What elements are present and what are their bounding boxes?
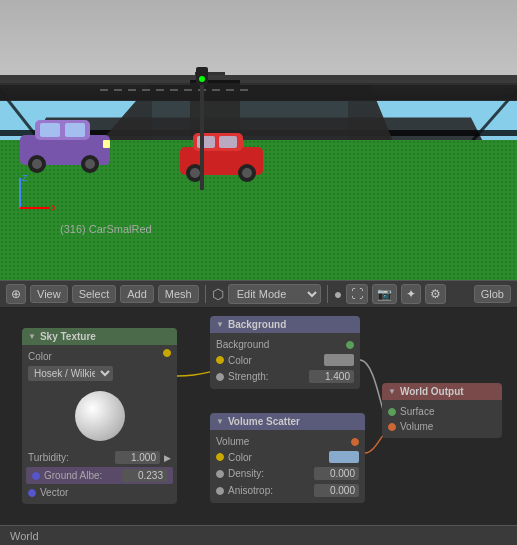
sky-turbidity-row: Turbidity: 1.000 ▶ xyxy=(22,449,177,466)
bg-output-label: Background xyxy=(216,339,342,350)
sky-color-output[interactable] xyxy=(163,349,171,357)
world-output-body: Surface Volume xyxy=(382,400,502,438)
sky-preset-row: Hosek / Wilkie Preetham xyxy=(22,364,177,383)
separator-1 xyxy=(205,285,206,303)
sky-ground-label: Ground Albe: xyxy=(44,470,118,481)
world-volume-row: Volume xyxy=(382,419,502,434)
world-output-header: ▼ World Output xyxy=(382,383,502,400)
svg-text:X: X xyxy=(51,203,55,213)
sky-texture-header: ▼ Sky Texture xyxy=(22,328,177,345)
vol-anisotropy-row: Anisotrop: 0.000 xyxy=(210,482,365,499)
mesh-icon: ⬡ xyxy=(212,286,224,302)
bg-strength-value[interactable]: 1.400 xyxy=(309,370,354,383)
vol-output-socket[interactable] xyxy=(351,438,359,446)
world-collapse-arrow[interactable]: ▼ xyxy=(388,387,396,396)
mesh-menu[interactable]: Mesh xyxy=(158,285,199,303)
vol-color-preview[interactable] xyxy=(329,451,359,463)
bg-color-label: Color xyxy=(228,355,320,366)
vol-output-label: Volume xyxy=(216,436,347,447)
bg-output-socket[interactable] xyxy=(346,341,354,349)
svg-point-12 xyxy=(32,159,42,169)
viewport: Z X (316) CarSmalRed xyxy=(0,0,517,280)
svg-point-14 xyxy=(85,159,95,169)
sky-turbidity-value[interactable]: 1.000 xyxy=(115,451,160,464)
vol-anisotropy-label: Anisotrop: xyxy=(228,485,310,496)
vol-anisotropy-socket xyxy=(216,487,224,495)
sky-texture-node: ▼ Sky Texture Color Hosek / Wilkie Preet… xyxy=(22,328,177,504)
view-menu[interactable]: View xyxy=(30,285,68,303)
camera-icon[interactable]: 📷 xyxy=(372,284,397,304)
sky-turbidity-arrow[interactable]: ▶ xyxy=(164,453,171,463)
sky-vector-row: Vector xyxy=(22,485,177,500)
traffic-light-green xyxy=(199,76,205,82)
world-output-title: World Output xyxy=(400,386,464,397)
sky-color-row: Color xyxy=(22,349,177,364)
world-label-text: World xyxy=(10,530,39,542)
bg-color-preview[interactable] xyxy=(324,354,354,366)
vol-density-row: Density: 0.000 xyxy=(210,465,365,482)
mode-selector[interactable]: Edit Mode Object Mode Sculpt Mode xyxy=(228,284,321,304)
sky-vector-socket xyxy=(28,489,36,497)
add-menu[interactable]: Add xyxy=(120,285,154,303)
vol-collapse-arrow[interactable]: ▼ xyxy=(216,417,224,426)
svg-point-23 xyxy=(242,168,252,178)
maximize-icon[interactable]: ⛶ xyxy=(346,284,368,304)
vol-color-row: Color xyxy=(210,449,365,465)
svg-rect-9 xyxy=(40,123,60,137)
sky-texture-title: Sky Texture xyxy=(40,331,96,342)
vol-density-value[interactable]: 0.000 xyxy=(314,467,359,480)
sky-color-label: Color xyxy=(28,351,159,362)
sky-collapse-arrow[interactable]: ▼ xyxy=(28,332,36,341)
world-surface-socket xyxy=(388,408,396,416)
sky-texture-body: Color Hosek / Wilkie Preetham Turbidity:… xyxy=(22,345,177,504)
car-red xyxy=(175,125,265,175)
separator-2 xyxy=(327,285,328,303)
background-body: Background Color Strength: 1.400 xyxy=(210,333,360,389)
world-volume-socket xyxy=(388,423,396,431)
toolbar: ⊕ View Select Add Mesh ⬡ Edit Mode Objec… xyxy=(0,280,517,308)
bg-color-socket xyxy=(216,356,224,364)
sky-preset-select[interactable]: Hosek / Wilkie Preetham xyxy=(28,366,113,381)
vol-color-label: Color xyxy=(228,452,325,463)
svg-point-21 xyxy=(190,168,200,178)
node-editor: ▼ Sky Texture Color Hosek / Wilkie Preet… xyxy=(0,308,517,545)
background-node: ▼ Background Background Color Strength: … xyxy=(210,316,360,389)
world-output-node: ▼ World Output Surface Volume xyxy=(382,383,502,438)
svg-rect-19 xyxy=(219,136,237,148)
volume-scatter-node: ▼ Volume Scatter Volume Color Density: 0… xyxy=(210,413,365,503)
volume-scatter-title: Volume Scatter xyxy=(228,416,300,427)
sky-color-preview xyxy=(22,383,177,449)
car-purple xyxy=(15,110,115,170)
sky-turbidity-label: Turbidity: xyxy=(28,452,111,463)
svg-text:Z: Z xyxy=(22,173,28,183)
settings-icon[interactable]: ⚙ xyxy=(425,284,446,304)
select-menu[interactable]: Select xyxy=(72,285,117,303)
vol-color-socket xyxy=(216,453,224,461)
bg-collapse-arrow[interactable]: ▼ xyxy=(216,320,224,329)
sky-vector-label: Vector xyxy=(40,487,171,498)
svg-rect-10 xyxy=(65,123,85,137)
background-header: ▼ Background xyxy=(210,316,360,333)
vol-output-row: Volume xyxy=(210,434,365,449)
world-volume-label: Volume xyxy=(400,421,496,432)
sky-ground-socket xyxy=(32,472,40,480)
bg-strength-label: Strength: xyxy=(228,371,305,382)
global-btn[interactable]: Glob xyxy=(474,285,511,303)
render-icon[interactable]: ✦ xyxy=(401,284,421,304)
volume-scatter-body: Volume Color Density: 0.000 Anisotrop: 0… xyxy=(210,430,365,503)
viewport-nav-icon[interactable]: ⊕ xyxy=(6,284,26,304)
background-title: Background xyxy=(228,319,286,330)
world-surface-label: Surface xyxy=(400,406,496,417)
bg-strength-socket xyxy=(216,373,224,381)
vol-density-socket xyxy=(216,470,224,478)
sky-ground-value[interactable]: 0.233 xyxy=(122,469,167,482)
bg-strength-row: Strength: 1.400 xyxy=(210,368,360,385)
object-name: (316) CarSmalRed xyxy=(60,223,152,235)
vol-density-label: Density: xyxy=(228,468,310,479)
world-surface-row: Surface xyxy=(382,404,502,419)
vol-anisotropy-value[interactable]: 0.000 xyxy=(314,484,359,497)
shading-icon[interactable]: ● xyxy=(334,286,342,302)
volume-scatter-header: ▼ Volume Scatter xyxy=(210,413,365,430)
svg-rect-5 xyxy=(0,83,517,101)
bg-output-row: Background xyxy=(210,337,360,352)
